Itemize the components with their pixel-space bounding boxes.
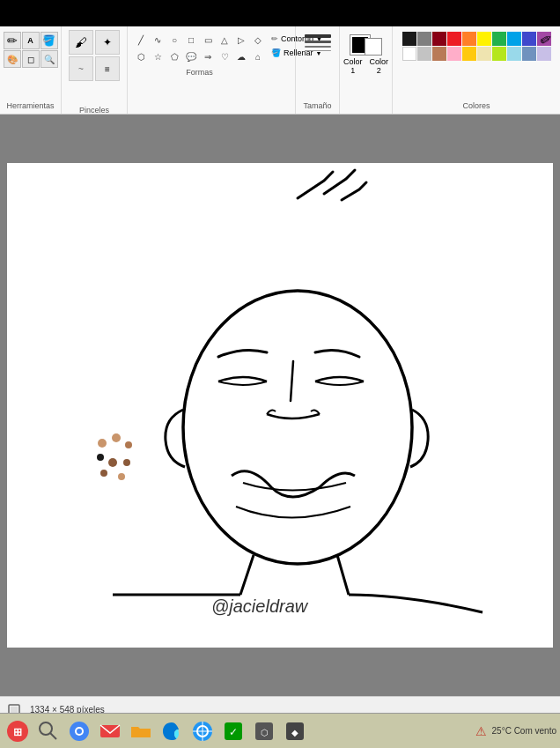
curve-shape[interactable]: ∿ — [150, 32, 166, 48]
rect-shape[interactable]: □ — [183, 32, 199, 48]
oval-shape[interactable]: ○ — [166, 32, 182, 48]
svg-text:⬡: ⬡ — [261, 728, 269, 737]
color-section: Color 1 Color 2 — [340, 26, 393, 114]
pinceles-label: Pinceles — [79, 104, 109, 115]
size-selector[interactable] — [305, 34, 331, 51]
tamano-section: Tamaño — [296, 26, 340, 114]
herramientas-section: ✏ A 🪣 🎨 ◻ 🔍 Herramientas — [0, 26, 62, 114]
brush2-btn[interactable]: ✦ — [95, 30, 120, 55]
swatch-green[interactable] — [492, 32, 506, 46]
swatch-indigo[interactable] — [522, 32, 536, 46]
swatch-white[interactable] — [402, 47, 416, 61]
swatch-cream[interactable] — [477, 47, 491, 61]
colors-palette-section: Colores — [393, 26, 560, 114]
svg-point-7 — [100, 470, 107, 477]
browser-icon[interactable] — [188, 717, 217, 745]
svg-point-1 — [98, 439, 107, 448]
palette-row1 — [402, 32, 551, 61]
swatch-black[interactable] — [402, 32, 416, 46]
svg-point-2 — [112, 433, 121, 442]
tamano-label: Tamaño — [303, 100, 331, 110]
svg-point-3 — [125, 441, 132, 448]
app2-icon[interactable]: ⬡ — [250, 717, 278, 745]
pentagon-shape[interactable]: ⬠ — [166, 48, 182, 64]
mail-icon[interactable] — [96, 717, 124, 745]
brush4-btn[interactable]: ≡ — [95, 56, 120, 81]
alert-icon: ⚠ — [475, 724, 487, 738]
app3-icon[interactable]: ◆ — [281, 717, 309, 745]
herramientas-grid: ✏ A 🪣 🎨 ◻ 🔍 — [4, 32, 58, 68]
swatch-gray[interactable] — [417, 32, 431, 46]
heart-shape[interactable]: ♡ — [217, 48, 232, 64]
svg-point-17 — [77, 729, 82, 734]
color2-box[interactable] — [365, 39, 381, 55]
line-shape[interactable]: ╱ — [133, 32, 149, 48]
swatch-lime[interactable] — [492, 47, 506, 61]
diamond-shape[interactable]: ◇ — [250, 32, 266, 48]
hexagon-shape[interactable]: ⬡ — [133, 48, 149, 64]
svg-point-8 — [118, 473, 125, 480]
arrow2-shape[interactable]: ⇒ — [200, 48, 216, 64]
swatch-blue[interactable] — [507, 32, 521, 46]
colores-label: Colores — [462, 100, 490, 110]
swatch-lightgray[interactable] — [417, 47, 431, 61]
formas-label: Formas — [133, 66, 266, 77]
svg-line-14 — [50, 733, 56, 739]
svg-text:◆: ◆ — [291, 728, 298, 737]
taskbar: ⊞ — [0, 713, 560, 748]
swatch-red[interactable] — [447, 32, 461, 46]
color-pick-btn[interactable]: 🎨 — [4, 50, 21, 68]
notification-area: ⚠ 25°C Com vento — [475, 724, 556, 738]
cloud-shape[interactable]: ☁ — [233, 48, 249, 64]
watermark-text: @jacieldraw — [211, 596, 309, 616]
color2-label: Color 2 — [370, 57, 389, 75]
svg-point-6 — [123, 459, 130, 466]
pinceles-grid: 🖌 ✦ ~ ≡ — [69, 30, 120, 81]
svg-point-4 — [97, 454, 104, 461]
canvas-area[interactable]: @jacieldraw — [0, 115, 560, 696]
swatch-pink[interactable] — [447, 47, 461, 61]
fill-btn[interactable]: 🪣 — [41, 32, 58, 49]
text-btn[interactable]: A — [22, 32, 40, 49]
paint-window: ✏ A 🪣 🎨 ◻ 🔍 Herramientas 🖌 ✦ ~ ≡ Pincele — [0, 26, 560, 722]
folder-icon[interactable] — [127, 717, 155, 745]
swatch-yellow[interactable] — [477, 32, 491, 46]
svg-text:✓: ✓ — [229, 726, 238, 738]
swatch-slate[interactable] — [522, 47, 536, 61]
swatch-lightblue[interactable] — [507, 47, 521, 61]
formas-grid: ╱ ∿ ○ □ ▭ △ ▷ ◇ ⬡ ☆ ⬠ 💬 ⇒ ♡ ☁ ⌂ — [133, 32, 266, 64]
svg-text:⊞: ⊞ — [13, 726, 22, 738]
brush1-btn[interactable]: 🖌 — [69, 30, 93, 55]
chrome-icon[interactable] — [65, 717, 93, 745]
swatch-darkred[interactable] — [432, 32, 446, 46]
color-preview — [350, 35, 381, 55]
swatch-orange[interactable] — [462, 32, 476, 46]
search-icon[interactable] — [34, 717, 63, 745]
ribbon: ✏ A 🪣 🎨 ◻ 🔍 Herramientas 🖌 ✦ ~ ≡ Pincele — [0, 26, 560, 115]
color1-label: Color 1 — [343, 57, 363, 75]
herramientas-label: Herramientas — [6, 100, 54, 110]
edge-icon[interactable] — [158, 717, 186, 745]
svg-point-13 — [40, 722, 52, 735]
pencil-btn[interactable]: ✏ — [4, 32, 21, 49]
zoom-btn[interactable]: 🔍 — [41, 50, 58, 68]
triangle-shape[interactable]: △ — [217, 32, 232, 48]
rect2-shape[interactable]: ▭ — [200, 32, 216, 48]
drawing-svg: @jacieldraw — [7, 163, 553, 648]
start-icon[interactable]: ⊞ — [4, 717, 32, 745]
star-shape[interactable]: ☆ — [150, 48, 166, 64]
swatch-brown[interactable] — [432, 47, 446, 61]
svg-point-0 — [183, 291, 412, 564]
formas-section: ╱ ∿ ○ □ ▭ △ ▷ ◇ ⬡ ☆ ⬠ 💬 ⇒ ♡ ☁ ⌂ — [128, 26, 296, 114]
brush3-btn[interactable]: ~ — [69, 56, 93, 81]
callout-shape[interactable]: 💬 — [183, 48, 199, 64]
app1-icon[interactable]: ✓ — [219, 717, 247, 745]
swatch-gold[interactable] — [462, 47, 476, 61]
eraser-btn[interactable]: ◻ — [22, 50, 40, 68]
pinceles-section: 🖌 ✦ ~ ≡ Pinceles — [62, 26, 128, 114]
svg-point-5 — [108, 458, 117, 467]
paint-canvas[interactable]: @jacieldraw — [7, 163, 553, 648]
arrow-shape[interactable]: ▷ — [233, 32, 249, 48]
misc-shape[interactable]: ⌂ — [250, 48, 266, 64]
weather-text: 25°C Com vento — [492, 726, 556, 736]
